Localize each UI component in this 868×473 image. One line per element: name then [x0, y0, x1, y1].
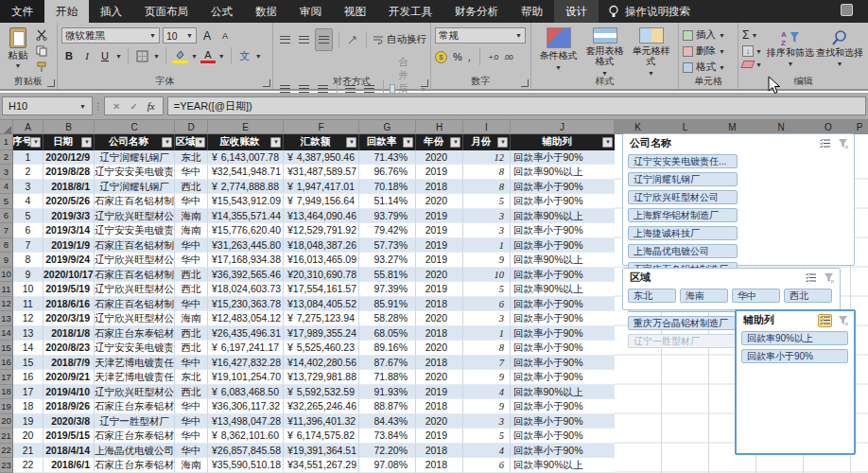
cell-date[interactable]: 2018/1/8 — [43, 326, 95, 342]
cell-company[interactable]: 石家庄百名铝材制造厂 — [95, 238, 175, 254]
cell-month[interactable]: 5 — [463, 194, 511, 209]
row-number[interactable]: 21 — [0, 429, 13, 444]
cell-month[interactable]: 12 — [463, 150, 511, 166]
slicer-item[interactable]: 回款率小于90% — [741, 349, 848, 363]
cell-company[interactable]: 石家庄台东泰铝材制造责任有限公司 — [95, 326, 175, 342]
column-letter[interactable]: C — [95, 120, 175, 134]
cell-receivable[interactable]: ¥ 6,083,468.50 — [208, 385, 284, 400]
cell-receivable[interactable]: ¥ 6,197,241.17 — [208, 341, 284, 356]
bold-button[interactable]: B — [61, 48, 77, 63]
filter-dropdown-button[interactable] — [162, 137, 172, 148]
cell-month[interactable]: 8 — [463, 165, 511, 180]
align-bottom-button[interactable] — [315, 28, 333, 51]
cell-helper[interactable]: 回款率小于90% — [511, 429, 615, 444]
cell-receivable[interactable]: ¥ 2,774,888.88 — [208, 180, 284, 195]
cell-year[interactable]: 2020 — [416, 311, 463, 326]
ribbon-tab[interactable]: 插入 — [89, 0, 133, 23]
row-number[interactable]: 7 — [0, 223, 13, 238]
cell-helper[interactable]: 回款率小于90% — [511, 414, 615, 429]
orientation-button[interactable] — [345, 33, 360, 46]
ribbon-tab[interactable]: 开始 — [44, 0, 89, 23]
cell-remit[interactable]: ¥ 13,729,981.88 — [284, 370, 359, 385]
row-number[interactable]: 6 — [0, 209, 13, 224]
chevron-down-icon[interactable]: ▼ — [191, 53, 198, 60]
cell-helper[interactable]: 回款率小于90% — [511, 370, 615, 385]
cell-rate[interactable]: 57.73% — [359, 238, 416, 254]
cell-company[interactable]: 天津艺博电镀责任有限公司 — [95, 370, 175, 385]
column-letter[interactable]: M — [709, 120, 756, 134]
cell-rate[interactable]: 84.43% — [359, 414, 416, 429]
sort-filter-button[interactable]: A Z 排序和筛选 ▼ — [766, 26, 815, 79]
cell-date[interactable]: 2019/8/28 — [43, 165, 95, 180]
cell-receivable[interactable]: ¥ 15,230,363.78 — [208, 297, 284, 312]
cell-receivable[interactable]: ¥ 12,483,054.12 — [208, 311, 284, 326]
row-number[interactable]: 12 — [0, 297, 13, 312]
conditional-formatting-button[interactable]: 条件格式 ▼ — [535, 26, 582, 79]
cell-seq[interactable]: 4 — [13, 194, 43, 209]
column-letter[interactable]: E — [208, 120, 284, 134]
row-number[interactable]: 3 — [0, 165, 13, 180]
cell-month[interactable]: 1 — [463, 326, 511, 342]
cell-rate[interactable]: 55.81% — [359, 268, 416, 283]
cell-company[interactable]: 辽宁欣兴旺型材公司 — [95, 209, 175, 224]
cell-remit[interactable]: ¥ 17,554,161.57 — [284, 282, 359, 297]
cell-seq[interactable]: 14 — [13, 341, 43, 356]
cell-year[interactable]: 2019 — [416, 223, 463, 238]
clear-button[interactable]: ▼ — [742, 61, 762, 68]
copy-button[interactable] — [34, 44, 49, 58]
multiselect-icon[interactable] — [804, 272, 818, 285]
cell-year[interactable]: 2020 — [416, 150, 463, 166]
cell-company[interactable]: 辽宁一胜型材厂 — [95, 414, 175, 429]
cell-seq[interactable]: 1 — [13, 150, 43, 166]
shrink-font-button[interactable]: A — [217, 28, 233, 44]
cell-year[interactable]: 2019 — [416, 429, 463, 444]
slicer-item[interactable]: 重庆万合晶铝材制造厂 — [628, 316, 738, 330]
cell-region[interactable]: 华中 — [175, 414, 208, 429]
row-number[interactable]: 1 — [0, 134, 13, 150]
cell-seq[interactable]: 16 — [13, 370, 43, 385]
ribbon-tab[interactable]: 公式 — [200, 0, 244, 23]
cell-company[interactable]: 辽宁欣兴旺型材公司 — [95, 385, 175, 400]
row-number[interactable]: 2 — [0, 150, 13, 166]
cell-helper[interactable]: 回款率小于90% — [511, 150, 615, 166]
row-number[interactable]: 13 — [0, 311, 13, 326]
row-number[interactable]: 8 — [0, 238, 13, 254]
cell-helper[interactable]: 回款率90%以上 — [511, 282, 615, 297]
cell-date[interactable]: 2020/3/19 — [43, 311, 95, 326]
grow-font-button[interactable]: A — [200, 28, 215, 44]
cell-helper[interactable]: 回款率小于90% — [511, 341, 615, 356]
cell-remit[interactable]: ¥ 6,174,575.82 — [284, 429, 359, 444]
row-number[interactable]: 17 — [0, 370, 13, 385]
cell-seq[interactable]: 18 — [13, 399, 43, 414]
cell-seq[interactable]: 6 — [13, 223, 43, 238]
ribbon-tab[interactable]: 帮助 — [510, 0, 554, 23]
cell-month[interactable]: 7 — [463, 356, 511, 371]
row-number[interactable]: 18 — [0, 385, 13, 400]
cell-date[interactable]: 2018/6/1 — [43, 458, 95, 473]
column-letter[interactable]: B — [43, 120, 95, 134]
cell-date[interactable]: 2020/10/17 — [43, 268, 95, 283]
cell-year[interactable]: 2019 — [416, 209, 463, 224]
cell-seq[interactable]: 22 — [13, 458, 43, 473]
cell-year[interactable]: 2018 — [416, 297, 463, 312]
column-letter[interactable]: K — [615, 120, 662, 134]
slicer-item[interactable]: 辽宁欣兴旺型材公司 — [628, 190, 738, 204]
cell-month[interactable]: 3 — [463, 223, 511, 238]
cell-region[interactable]: 海南 — [175, 209, 208, 224]
ribbon-tab[interactable]: 文件 — [0, 0, 44, 23]
cell-company[interactable]: 石家庄百名铝材制造厂 — [95, 297, 175, 312]
chevron-down-icon[interactable]: ▼ — [255, 53, 262, 60]
cell-receivable[interactable]: ¥ 8,362,101.60 — [208, 429, 284, 444]
cell-company[interactable]: 辽宁润耀轧钢厂 — [95, 180, 175, 195]
cell-remit[interactable]: ¥ 34,551,267.29 — [284, 458, 359, 473]
cell-seq[interactable]: 7 — [13, 238, 43, 254]
cell-month[interactable]: 9 — [463, 253, 511, 268]
slicer-item[interactable]: 辽宁安安美电镀责任... — [628, 154, 738, 168]
delete-cells-button[interactable]: 删除 ▼ — [683, 44, 734, 58]
cell-rate[interactable]: 97.08% — [359, 458, 416, 473]
cell-remit[interactable]: ¥ 32,265,246.46 — [284, 399, 359, 414]
cell-month[interactable]: 8 — [463, 341, 511, 356]
insert-function-icon[interactable]: fx — [148, 100, 155, 112]
cell-rate[interactable]: 89.16% — [359, 341, 416, 356]
cell-remit[interactable]: ¥ 1,947,417.01 — [284, 180, 359, 195]
